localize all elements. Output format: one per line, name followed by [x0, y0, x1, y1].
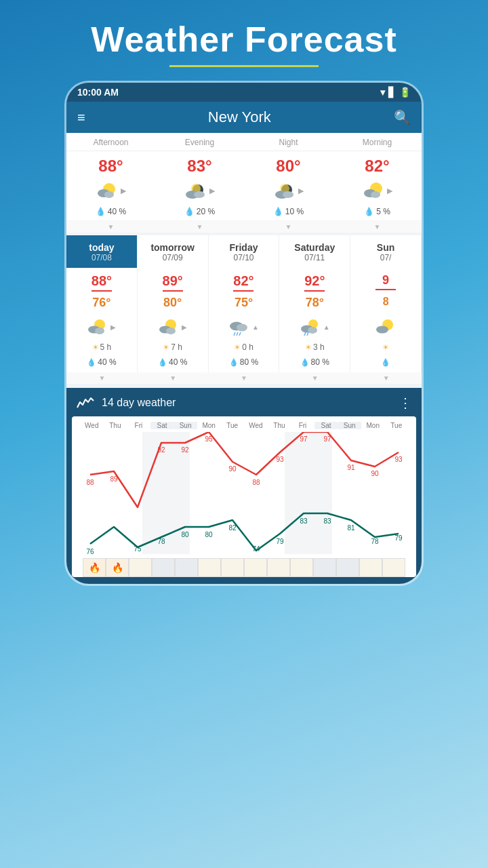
svg-line-29: [307, 332, 308, 336]
svg-text:74: 74: [252, 545, 260, 553]
search-icon[interactable]: 🔍: [394, 109, 411, 125]
svg-text:92: 92: [181, 446, 189, 454]
bottom-icon-sat: [152, 558, 175, 577]
daily-icon-tomorrow: ▶: [138, 314, 209, 340]
svg-text:95: 95: [205, 435, 213, 443]
svg-line-23: [237, 332, 238, 336]
svg-point-2: [104, 191, 114, 198]
battery-icon: 🔋: [399, 87, 411, 98]
svg-point-16: [95, 328, 104, 334]
svg-line-24: [239, 332, 241, 336]
svg-point-6: [194, 191, 205, 198]
daily-day-friday[interactable]: Friday 07/10: [209, 235, 280, 268]
hourly-icon-1: ▶: [155, 178, 244, 203]
svg-text:90: 90: [371, 470, 379, 477]
svg-text:78: 78: [371, 538, 379, 545]
daily-rain-friday: 💧80 %: [209, 355, 280, 372]
chart-area: Wed Thu Fri Sat Sun Mon Tue Wed Thu Fri …: [72, 416, 416, 577]
daily-hi-tomorrow: 89°: [138, 268, 209, 293]
daily-icon-sun: [350, 314, 422, 340]
hourly-label-3: Morning: [333, 133, 422, 151]
hourly-label-0: Afternoon: [66, 133, 155, 151]
daily-hi-saturday: 92°: [279, 268, 350, 293]
daily-section: today 07/08 tomorrow 07/09 Friday 07/10 …: [66, 235, 422, 384]
hourly-rain-0: 💧40 %: [66, 203, 155, 220]
svg-rect-33: [285, 432, 332, 554]
daily-icon-today: ▶: [66, 314, 138, 340]
bottom-icon-thu2: [267, 558, 290, 577]
daily-icon-friday: ▲: [209, 314, 280, 340]
page-title: Weather Forecast: [91, 19, 396, 60]
svg-text:78: 78: [157, 538, 165, 545]
hourly-temp-1: 83°: [155, 151, 244, 178]
svg-text:83: 83: [323, 517, 331, 525]
bottom-icon-fri: [129, 558, 152, 577]
status-bar: 10:00 AM ▾ ▋ 🔋: [66, 83, 422, 102]
svg-text:88: 88: [86, 479, 94, 486]
daily-sun-today: ☀5 h: [66, 340, 138, 355]
bottom-icon-sat2: [313, 558, 336, 577]
svg-text:80: 80: [181, 531, 189, 538]
svg-text:81: 81: [347, 524, 355, 532]
hourly-icon-0: ▶: [66, 178, 155, 203]
svg-text:76: 76: [86, 548, 94, 554]
daily-sun-sun: ☀: [350, 340, 422, 355]
signal-icon: ▋: [388, 87, 396, 98]
svg-text:91: 91: [347, 464, 355, 471]
daily-rain-tomorrow: 💧40 %: [138, 355, 209, 372]
bottom-icon-mon: [198, 558, 221, 577]
daily-sun-saturday: ☀3 h: [279, 340, 350, 355]
svg-point-13: [371, 191, 380, 198]
svg-text:79: 79: [276, 538, 284, 545]
fourteen-day-section: 14 day weather ⋮ Wed Thu Fri Sat Sun Mon…: [66, 388, 422, 584]
fourteen-day-title: 14 day weather: [102, 397, 176, 409]
svg-text:93: 93: [394, 456, 403, 463]
svg-text:90: 90: [228, 465, 237, 473]
daily-day-saturday[interactable]: Saturday 07/11: [279, 235, 350, 268]
hourly-temp-3: 82°: [333, 151, 422, 178]
daily-rain-today: 💧40 %: [66, 355, 138, 372]
svg-text:83: 83: [300, 517, 308, 525]
daily-rain-saturday: 💧80 %: [279, 355, 350, 372]
svg-text:79: 79: [394, 534, 403, 542]
hourly-rain-3: 💧5 %: [333, 203, 422, 220]
svg-text:75: 75: [134, 545, 142, 553]
hourly-section: Afternoon Evening Night Morning 88° 83° …: [66, 133, 422, 233]
daily-day-tomorrow[interactable]: tomorrow 07/09: [138, 235, 209, 268]
hourly-rain-1: 💧20 %: [155, 203, 244, 220]
svg-point-21: [237, 324, 247, 332]
svg-text:89: 89: [110, 475, 118, 483]
bottom-icon-sun: [175, 558, 198, 577]
app-bar: ≡ New York 🔍: [66, 102, 422, 133]
bottom-icon-wed: 🔥: [83, 558, 106, 577]
daily-lo-friday: 75°: [209, 293, 280, 314]
hourly-temp-0: 88°: [66, 151, 155, 178]
bottom-icon-sun2: [336, 558, 359, 577]
hourly-icon-3: ▶: [333, 178, 422, 203]
svg-text:80: 80: [205, 531, 213, 538]
daily-day-sun[interactable]: Sun 07/: [350, 235, 422, 268]
phone-frame: 10:00 AM ▾ ▋ 🔋 ≡ New York 🔍 Afternoon Ev…: [64, 81, 424, 586]
daily-hi-today: 88°: [66, 268, 138, 293]
city-name: New York: [208, 108, 271, 126]
svg-point-10: [283, 191, 293, 198]
more-options-icon[interactable]: ⋮: [399, 395, 412, 411]
daily-day-today[interactable]: today 07/08: [66, 235, 138, 268]
svg-point-31: [376, 326, 388, 334]
svg-text:88: 88: [252, 479, 260, 486]
svg-text:82: 82: [228, 524, 237, 532]
bottom-icon-tue: [221, 558, 244, 577]
svg-line-28: [304, 332, 306, 336]
daily-icon-saturday: ▲: [279, 314, 350, 340]
daily-lo-saturday: 78°: [279, 293, 350, 314]
wifi-icon: ▾: [380, 87, 385, 98]
svg-line-22: [234, 332, 235, 336]
svg-text:93: 93: [276, 456, 284, 463]
menu-icon[interactable]: ≡: [77, 110, 85, 125]
svg-text:97: 97: [300, 435, 308, 443]
daily-hi-sun: 9: [350, 268, 422, 293]
bottom-icon-mon2: [359, 558, 382, 577]
svg-point-27: [308, 327, 317, 334]
bottom-icon-wed2: [244, 558, 267, 577]
bottom-icon-tue2: [382, 558, 405, 577]
